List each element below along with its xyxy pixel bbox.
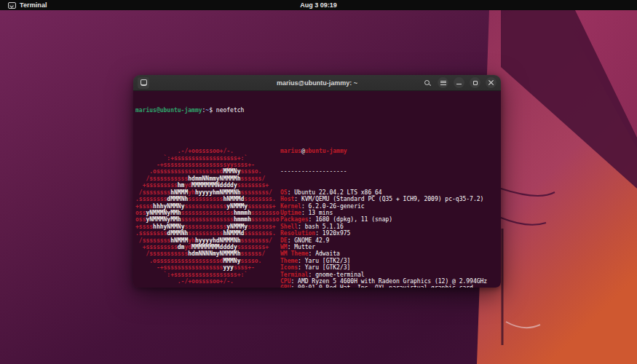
search-icon [424, 80, 430, 85]
terminal-content[interactable]: marius@ubuntu-jammy:~$ neofetch .-/+ooss… [133, 91, 501, 288]
info-field: Kernel: 6.2.0-26-generic [280, 203, 499, 210]
minimize-button[interactable] [454, 77, 464, 88]
headerbar[interactable]: marius@ubuntu-jammy: ~ [133, 75, 501, 91]
command-line-neofetch: marius@ubuntu-jammy:~$ neofetch [135, 107, 499, 114]
clock[interactable]: Aug 3 09:19 [0, 1, 637, 9]
info-field: GPU: 00:01.0 Red Hat, Inc. QXL paravirtu… [280, 285, 499, 288]
info-field: CPU: AMD Ryzen 5 4600H with Radeon Graph… [280, 278, 499, 285]
search-button[interactable] [422, 77, 432, 88]
new-tab-button[interactable] [138, 77, 149, 89]
neofetch-ascii-logo: .-/+oossssoo+/-. `:+ssssssssssssssssss+:… [135, 134, 280, 288]
command-text: neofetch [216, 107, 245, 114]
new-tab-icon [141, 79, 147, 86]
neofetch-info: marius@ubuntu-jammy ------------------- … [280, 134, 499, 288]
info-field: WM: Mutter [280, 244, 499, 250]
maximize-icon [473, 81, 478, 85]
info-field: WM Theme: Adwaita [280, 250, 499, 257]
info-field: Packages: 1680 (dpkg), 11 (snap) [280, 216, 499, 223]
close-icon [488, 79, 494, 86]
hamburger-menu-icon [440, 81, 446, 85]
info-field: OS: Ubuntu 22.04.2 LTS x86_64 [280, 189, 499, 196]
maximize-button[interactable] [470, 77, 480, 88]
info-field: Icons: Yaru [GTK2/3] [280, 264, 499, 271]
info-field: DE: GNOME 42.9 [280, 237, 499, 244]
info-field: Terminal: gnome-terminal [280, 272, 499, 278]
top-panel: Terminal Aug 3 09:19 [0, 0, 637, 10]
terminal-window: marius@ubuntu-jammy: ~ marius@u [133, 75, 501, 288]
info-field: Shell: bash 5.1.16 [280, 223, 499, 230]
info-field: Theme: Yaru [GTK2/3] [280, 258, 499, 264]
info-separator: ------------------- [280, 168, 499, 175]
prompt-user-host: marius@ubuntu-jammy [135, 107, 202, 114]
close-button[interactable] [486, 77, 496, 88]
minimize-icon [456, 84, 462, 84]
info-field: Resolution: 1920x975 [280, 230, 499, 237]
neofetch-output: .-/+oossssoo+/-. `:+ssssssssssssssssss+:… [135, 134, 499, 288]
menu-button[interactable] [438, 77, 448, 88]
info-field: Uptime: 13 mins [280, 210, 499, 216]
info-field: Host: KVM/QEMU (Standard PC (Q35 + ICH9,… [280, 196, 499, 202]
